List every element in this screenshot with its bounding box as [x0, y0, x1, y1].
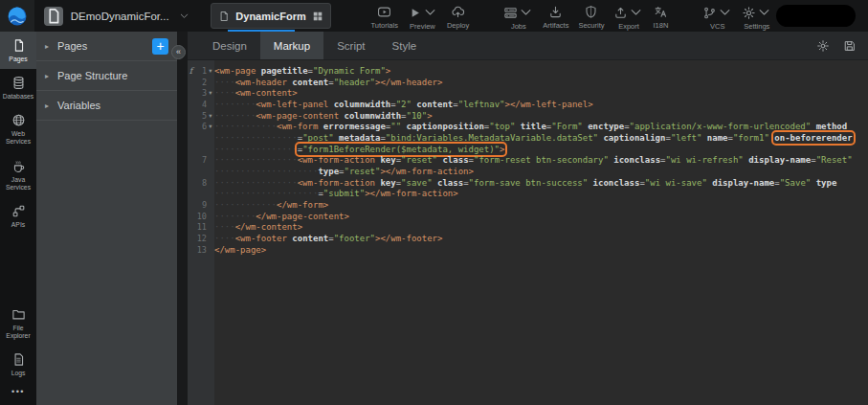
topbar-action-settings[interactable]: Settings	[737, 1, 776, 31]
rail-spacer	[0, 235, 36, 300]
save-icon[interactable]	[843, 39, 857, 53]
topbar-action-preview[interactable]: Preview	[403, 1, 442, 31]
collapse-panel-button[interactable]: «	[171, 45, 186, 59]
fold-toggle-icon[interactable]: ▾	[207, 112, 214, 120]
code-line: ····················="submit"></wm-form-…	[214, 189, 458, 198]
add-page-button[interactable]: +	[152, 38, 168, 55]
fold-toggle-icon[interactable]: ▾	[207, 123, 214, 130]
topbar-action-vcs[interactable]: VCS	[698, 1, 737, 31]
code-line: ········</wm-page-content>	[214, 212, 349, 221]
code-line: </wm-page>	[214, 245, 266, 255]
tab-markup[interactable]: Markup	[260, 32, 323, 59]
rail-item-apis[interactable]: APIs	[0, 197, 36, 235]
explorer-panel: ▸Pages+▸Page Structure▸Variables	[36, 32, 177, 405]
explorer-section-pages[interactable]: ▸Pages+	[36, 32, 177, 61]
line-number: 2	[194, 78, 207, 87]
rail-item-web-services[interactable]: Web Services	[0, 106, 36, 151]
code-row: 2····<wm-header content="header"></wm-he…	[188, 77, 868, 88]
chevron-down-icon	[629, 5, 643, 19]
line-number: 8	[194, 178, 207, 188]
code-line: ················<wm-form-action key="res…	[214, 155, 853, 165]
fold-toggle-icon[interactable]: ▾	[207, 89, 214, 97]
line-number: 5	[194, 111, 207, 121]
code-line: <wm-page pagetitle="Dynamic Form">	[214, 66, 390, 76]
app-logo[interactable]	[0, 0, 34, 32]
tab-design[interactable]: Design	[199, 32, 260, 59]
pages-label: Pages	[9, 56, 27, 63]
chevron-down-icon	[519, 5, 533, 19]
topbar-action-jobs[interactable]: Jobs	[499, 1, 538, 31]
logs-icon	[11, 352, 26, 367]
security-iconrow	[584, 5, 598, 19]
page-structure-label: Page Structure	[57, 70, 127, 81]
export-icon	[613, 6, 628, 20]
coffee-icon	[11, 159, 26, 173]
topbar-action-i18n[interactable]: I18N	[648, 1, 673, 30]
code-editor[interactable]: f1▾<wm-page pagetitle="Dynamic Form">2··…	[188, 60, 868, 405]
code-row: 9············</wm-form>	[188, 199, 868, 211]
code-row: 7················<wm-form-action key="re…	[188, 155, 868, 167]
topbar-action-tutorials[interactable]: Tutorials	[366, 1, 402, 30]
chevron-down-icon	[718, 5, 732, 19]
tab-script[interactable]: Script	[323, 32, 378, 59]
code-row: 12····<wm-footer content="footer"></wm-f…	[188, 233, 868, 244]
rail-item-databases[interactable]: Databases	[0, 69, 36, 106]
more-options-button[interactable]: •••	[0, 383, 36, 405]
database-icon	[11, 76, 26, 90]
explorer-section-page-structure[interactable]: ▸Page Structure	[36, 61, 177, 91]
workspace: PagesDatabasesWeb ServicesJava ServicesA…	[0, 32, 868, 405]
chevron-down-icon	[423, 5, 437, 19]
project-selector[interactable]: DEmoDynamicFor...	[44, 7, 189, 26]
preview-icon	[408, 6, 422, 20]
code-row: f1▾<wm-page pagetitle="Dynamic Form">	[188, 65, 868, 77]
code-row: ················="form1BeforeRender($met…	[188, 144, 868, 155]
preview-label: Preview	[410, 22, 435, 31]
fold-toggle-icon[interactable]: ▾	[207, 67, 214, 75]
folder-icon	[11, 307, 26, 322]
project-icon	[44, 7, 63, 26]
topbar-action-security[interactable]: Security	[573, 1, 609, 30]
line-number: 4	[194, 100, 207, 109]
editor-area: DesignMarkupScriptStyle f1▾<wm-page page…	[188, 32, 868, 405]
rail-item-pages[interactable]: Pages	[0, 32, 36, 69]
gear-icon[interactable]	[816, 39, 830, 53]
preview-iconrow	[408, 5, 437, 20]
page-tab-dynamicform[interactable]: DynamicForm	[211, 3, 332, 29]
user-menu[interactable]	[776, 5, 856, 27]
line-number: 12	[194, 234, 207, 243]
grid-icon[interactable]	[312, 11, 323, 22]
editor-tabbar: DesignMarkupScriptStyle	[188, 32, 868, 60]
code-row: 13</wm-page>	[188, 244, 868, 256]
line-number: 7	[194, 155, 207, 165]
rail-item-logs[interactable]: Logs	[0, 346, 36, 383]
code-line: ········<wm-left-panel columnwidth="2" c…	[214, 100, 593, 109]
wave-logo-icon	[6, 5, 29, 28]
tab-style[interactable]: Style	[379, 32, 431, 59]
page-tab-title: DynamicForm	[235, 11, 307, 22]
topbar-action-export[interactable]: Export	[609, 1, 648, 31]
variables-label: Variables	[57, 100, 100, 111]
editor-toolbar-icons	[816, 39, 857, 53]
wavemaker-studio-window: DEmoDynamicFor... DynamicForm TutorialsP…	[0, 0, 868, 405]
topbar-actions: TutorialsPreviewDeployJobsArtifactsSecur…	[366, 1, 776, 31]
artifacts-label: Artifacts	[543, 21, 568, 30]
code-row: 5▾········<wm-page-content columnwidth="…	[188, 110, 868, 122]
explorer-section-variables[interactable]: ▸Variables	[36, 91, 177, 121]
vcs-label: VCS	[710, 22, 724, 31]
topbar-action-artifacts[interactable]: Artifacts	[538, 1, 573, 30]
jobs-icon	[503, 6, 518, 20]
chevron-down-icon	[179, 11, 189, 21]
code-line: ············</wm-form>	[214, 200, 328, 210]
topbar-action-deploy[interactable]: Deploy	[442, 1, 474, 30]
export-label: Export	[618, 22, 639, 31]
code-row: 6▾············<wm-form errormessage="" c…	[188, 121, 868, 132]
line-number: 9	[194, 200, 207, 210]
rail-top-group: PagesDatabasesWeb ServicesJava ServicesA…	[0, 32, 36, 235]
databases-label: Databases	[3, 93, 34, 101]
code-row: 8················<wm-form-action key="sa…	[188, 177, 868, 189]
rail-item-java-services[interactable]: Java Services	[0, 152, 36, 197]
rail-item-file-explorer[interactable]: File Explorer	[0, 301, 36, 346]
tutorials-label: Tutorials	[370, 21, 397, 30]
code-line: ················="post" metadata="bind:V…	[214, 133, 853, 143]
line-number: 13	[194, 245, 207, 255]
